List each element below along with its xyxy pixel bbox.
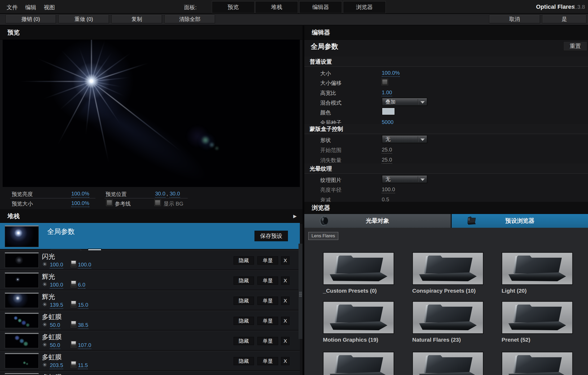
solo-button[interactable]: 单显: [257, 256, 278, 265]
scale-value[interactable]: 15.0: [78, 302, 88, 309]
hide-button[interactable]: 隐藏: [234, 317, 254, 325]
color-label: 颜色: [320, 109, 331, 116]
solo-button[interactable]: 单显: [257, 357, 278, 365]
stack-scrollbar-grip[interactable]: [299, 291, 302, 298]
preview-position-y[interactable]: 30.0: [170, 191, 180, 198]
flare-thumbnail: [5, 373, 39, 375]
folder-tile[interactable]: [412, 352, 484, 375]
scale-icon: [71, 281, 76, 287]
undo-button[interactable]: 撤销 (0): [6, 15, 56, 23]
scale-value[interactable]: 38.5: [78, 322, 88, 329]
delete-button[interactable]: X: [281, 276, 289, 285]
folder-tile[interactable]: [412, 252, 484, 285]
save-preset-button[interactable]: 保存预设: [254, 231, 288, 241]
stack-row[interactable]: 闪光 ✳ 100.0 100.0 隐藏 单显 X: [0, 250, 300, 270]
aspect-value[interactable]: 1.00: [382, 90, 392, 96]
chevron-down-icon: [420, 101, 425, 104]
panel-tab-stack[interactable]: 堆栈: [255, 1, 298, 13]
tab-flare-objects[interactable]: 光晕对象: [304, 214, 451, 228]
blend-mode-dropdown[interactable]: 叠加: [382, 98, 427, 106]
yes-button[interactable]: 是: [542, 15, 586, 23]
panel-tab-editor[interactable]: 编辑器: [299, 1, 342, 13]
folder-label[interactable]: Motion Graphics (19): [323, 337, 402, 343]
guides-checkbox[interactable]: [106, 200, 112, 206]
folder-tile[interactable]: [502, 352, 573, 375]
redo-button[interactable]: 重做 (0): [59, 15, 109, 23]
brightness-value[interactable]: 50.0: [50, 342, 60, 349]
scale-value[interactable]: 6.0: [78, 282, 85, 289]
menu-file[interactable]: 文件: [7, 4, 18, 11]
folder-tile[interactable]: [502, 252, 573, 285]
hide-button[interactable]: 隐藏: [234, 256, 254, 265]
folder-label[interactable]: Light (20): [502, 288, 581, 294]
reset-button[interactable]: 重置: [563, 41, 587, 51]
folder-tile[interactable]: [323, 352, 394, 375]
stack-row[interactable]: 辉光 ✳ 139.5 15.0 隐藏 单显 X: [0, 291, 300, 310]
brightness-value[interactable]: 100.0: [50, 282, 63, 289]
preview-brightness-value[interactable]: 100.0%: [71, 191, 89, 198]
stack-row[interactable]: 辉光 ✳ 100.0 6.0 隐藏 单显 X: [0, 270, 300, 290]
delete-button[interactable]: X: [281, 297, 289, 305]
scale-icon: [71, 261, 76, 267]
preview-size-value[interactable]: 100.0%: [71, 200, 89, 207]
delete-button[interactable]: X: [281, 317, 289, 325]
preview-position-x[interactable]: 30.0: [155, 191, 165, 198]
show-bg-checkbox[interactable]: [155, 200, 161, 206]
delete-button[interactable]: X: [281, 357, 289, 365]
folder-icon: [335, 305, 383, 323]
folder-tile[interactable]: [502, 301, 573, 334]
tab-preset-browser[interactable]: 预设浏览器: [452, 214, 588, 228]
hide-button[interactable]: 隐藏: [234, 297, 254, 305]
solo-button[interactable]: 单显: [257, 297, 278, 305]
menu-view[interactable]: 视图: [44, 4, 55, 11]
brightness-value[interactable]: 139.5: [50, 302, 63, 309]
menu-edit[interactable]: 编辑: [25, 4, 36, 11]
flare-thumbnail: [5, 313, 39, 328]
solo-button[interactable]: 单显: [257, 337, 278, 345]
shape-dropdown[interactable]: 无: [382, 135, 427, 143]
collapse-arrow-icon[interactable]: ▶: [293, 213, 297, 219]
solo-button[interactable]: 单显: [257, 317, 278, 325]
scale-value[interactable]: 11.5: [78, 362, 88, 369]
folder-tray: [330, 321, 387, 330]
stack-selected-row[interactable]: 全局参数 叠加 滤色 全局颜色 保存预设: [0, 223, 300, 249]
folder-tile[interactable]: [412, 301, 484, 334]
folder-label[interactable]: Conspiracy Presets (10): [412, 288, 492, 294]
cancel-button[interactable]: 取消: [489, 15, 540, 23]
hide-button[interactable]: 隐藏: [234, 276, 254, 285]
clear-all-button[interactable]: 清除全部: [165, 15, 215, 23]
solo-button[interactable]: 单显: [257, 276, 278, 285]
brightness-value[interactable]: 100.0: [50, 262, 63, 269]
section-title: 光晕纹理: [310, 165, 332, 172]
folder-label[interactable]: _Custom Presets (0): [323, 288, 402, 294]
size-offset-checkbox[interactable]: [382, 79, 388, 85]
hide-button[interactable]: 隐藏: [234, 357, 254, 365]
brightness-value[interactable]: 50.0: [50, 322, 60, 329]
preview-canvas[interactable]: [3, 40, 300, 187]
stack-row[interactable]: 多虹膜 ✳ 203.5 11.5 隐藏 单显 X: [0, 351, 300, 370]
delete-button[interactable]: X: [281, 256, 289, 265]
panel-tab-browser[interactable]: 浏览器: [343, 1, 386, 13]
texture-image-dropdown[interactable]: 无: [382, 175, 427, 183]
hide-button[interactable]: 隐藏: [234, 337, 254, 345]
folder-tile[interactable]: [323, 252, 394, 285]
scale-icon: [71, 321, 76, 327]
scale-value[interactable]: 107.0: [78, 342, 91, 349]
folder-label[interactable]: Natural Flares (23): [412, 337, 492, 343]
color-swatch[interactable]: [382, 108, 395, 115]
folder-path-chip[interactable]: Lens Flares: [308, 232, 338, 240]
folder-tile[interactable]: [323, 301, 394, 334]
delete-button[interactable]: X: [281, 337, 289, 345]
divider: [104, 198, 188, 198]
panel-tab-preview[interactable]: 预览: [212, 1, 254, 13]
scale-value[interactable]: 100.0: [78, 262, 91, 269]
folder-label[interactable]: Prenet (52): [502, 337, 581, 343]
brightness-value[interactable]: 203.5: [50, 362, 63, 369]
size-value[interactable]: 100.0%: [382, 70, 400, 77]
preview-position-label: 预览位置: [106, 191, 127, 198]
stack-row[interactable]: 多虹膜 ✳ 50.0 38.5 隐藏 单显 X: [0, 311, 300, 330]
copy-button[interactable]: 复制: [112, 15, 162, 23]
stack-row[interactable]: 多虹膜: [0, 371, 300, 375]
editor-panel-header: 编辑器: [304, 25, 588, 40]
stack-row[interactable]: 多虹膜 ✳ 50.0 107.0 隐藏 单显 X: [0, 331, 300, 350]
